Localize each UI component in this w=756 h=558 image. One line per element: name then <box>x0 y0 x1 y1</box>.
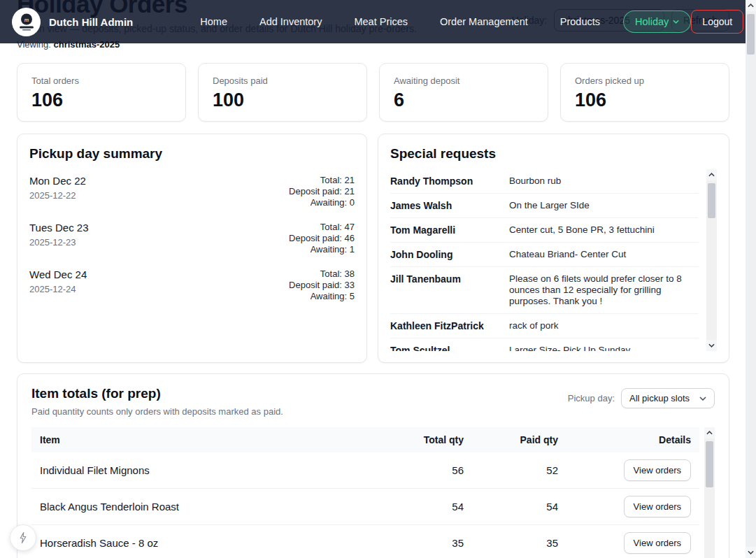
view-orders-button[interactable]: View orders <box>624 496 691 517</box>
scroll-up-icon[interactable] <box>706 169 717 180</box>
item-paid-qty: 35 <box>464 537 558 549</box>
special-requests-scroll-area: Randy Thompson Bourbon rub James Walsh O… <box>390 169 717 351</box>
day-total: Total: 38 <box>289 269 355 280</box>
view-orders-button[interactable]: View orders <box>624 459 691 481</box>
scrollbar-thumb[interactable] <box>747 14 755 55</box>
stat-label: Awaiting deposit <box>394 76 534 86</box>
items-table-scrollbar[interactable] <box>704 427 715 558</box>
view-orders-button[interactable]: View orders <box>624 532 691 554</box>
items-table-header: Item Total qty Paid qty Details <box>31 427 699 452</box>
request-row: Randy Thompson Bourbon rub <box>390 169 699 194</box>
nav-link-products[interactable]: Products <box>560 16 600 27</box>
scroll-up-icon[interactable] <box>704 427 715 438</box>
holiday-pill-label: Holiday <box>635 16 669 27</box>
request-row: James Walsh On the Larger SIde <box>390 194 699 218</box>
day-date: 2025-12-23 <box>29 237 89 248</box>
pickup-day-row: Wed Dec 24 2025-12-24 Total: 38 Deposit … <box>29 269 355 302</box>
table-row: Black Angus Tenderloin Roast 54 54 View … <box>31 489 699 525</box>
day-awaiting: Awaiting: 1 <box>289 244 355 255</box>
day-deposit: Deposit paid: 21 <box>289 186 355 197</box>
request-text: Chateau Briand- Center Cut <box>509 249 699 260</box>
table-row: Horseradish Sauce - 8 oz 35 35 View orde… <box>31 525 699 558</box>
nav-link-order-management[interactable]: Order Management <box>440 16 528 27</box>
chevron-down-icon <box>673 20 679 24</box>
top-navbar: m Dutch Hill Admin Home Add Inventory Me… <box>0 0 746 43</box>
special-requests-list: Randy Thompson Bourbon rub James Walsh O… <box>390 169 699 351</box>
item-total-qty: 54 <box>373 501 464 513</box>
item-paid-qty: 52 <box>464 464 558 476</box>
stat-label: Orders picked up <box>575 76 715 86</box>
scroll-down-icon[interactable] <box>746 547 756 558</box>
scrollbar-thumb[interactable] <box>708 183 715 218</box>
dutch-hill-logo: m <box>12 8 41 36</box>
stat-label: Deposits paid <box>213 76 352 86</box>
pickup-day-row: Mon Dec 22 2025-12-22 Total: 21 Deposit … <box>29 175 355 208</box>
item-totals-card: Item totals (for prep) Paid quantity cou… <box>17 373 729 558</box>
col-item: Item <box>40 434 373 445</box>
special-requests-card: Special requests Randy Thompson Bourbon … <box>378 134 729 363</box>
request-text: Center cut, 5 Bone PR, 3 fettuchini <box>509 224 699 236</box>
request-name: John Dooling <box>390 249 509 260</box>
nav-link-meat-prices[interactable]: Meat Prices <box>354 16 408 27</box>
stats-row: Total orders 106 Deposits paid 100 Await… <box>17 63 729 122</box>
nav-link-home[interactable]: Home <box>200 16 227 27</box>
special-requests-title: Special requests <box>390 146 717 162</box>
logout-button[interactable]: Logout <box>691 10 743 34</box>
middle-section: Pickup day summary Mon Dec 22 2025-12-22… <box>17 134 729 363</box>
item-name: Horseradish Sauce - 8 oz <box>40 537 373 549</box>
lightning-bolt-button[interactable] <box>10 524 36 551</box>
scroll-down-icon[interactable] <box>706 340 717 351</box>
item-total-qty: 35 <box>373 537 464 549</box>
brand-title: Dutch Hill Admin <box>49 16 133 28</box>
item-totals-header: Item totals (for prep) Paid quantity cou… <box>31 386 715 417</box>
col-details: Details <box>558 434 691 445</box>
request-row: Kathleen FitzPatrick rack of pork <box>390 314 699 338</box>
pickup-day-row: Tues Dec 23 2025-12-23 Total: 47 Deposit… <box>29 222 355 255</box>
items-table-wrap: Item Total qty Paid qty Details Individu… <box>31 427 715 558</box>
item-name: Individual Filet Mignons <box>40 464 373 476</box>
page-scrollbar[interactable] <box>746 0 756 558</box>
day-deposit: Deposit paid: 46 <box>289 233 355 244</box>
scrollbar-thumb[interactable] <box>706 441 713 487</box>
stat-value: 100 <box>213 90 352 111</box>
pickup-day-label: Pickup day: <box>568 393 615 403</box>
svg-text:m: m <box>24 16 29 23</box>
special-requests-scrollbar[interactable] <box>706 169 717 351</box>
item-name: Black Angus Tenderloin Roast <box>40 501 373 513</box>
app-viewport: Holiday Orders Admin view — deposits, pi… <box>0 0 756 558</box>
stat-card-total-orders: Total orders 106 <box>17 63 186 122</box>
pickup-summary-title: Pickup day summary <box>29 146 355 162</box>
day-awaiting: Awaiting: 0 <box>289 197 355 208</box>
lightning-bolt-icon <box>17 531 29 544</box>
holiday-pill-button[interactable]: Holiday <box>623 10 691 33</box>
request-name: Tom Scultzel <box>390 345 509 351</box>
item-totals-subtitle: Paid quantity counts only orders with de… <box>31 406 283 417</box>
pickup-day-select-value: All pickup slots <box>629 393 690 403</box>
day-date: 2025-12-24 <box>29 284 87 294</box>
day-name: Wed Dec 24 <box>29 269 87 280</box>
day-total: Total: 21 <box>289 175 355 186</box>
request-row: Tom Scultzel Larger Size- Pick Up Sunday <box>390 338 699 351</box>
scroll-up-icon[interactable] <box>746 0 756 11</box>
request-name: Jill Tanenbaum <box>390 273 509 307</box>
day-name: Tues Dec 23 <box>29 222 89 234</box>
day-date: 2025-12-22 <box>29 190 86 201</box>
item-total-qty: 56 <box>373 464 464 476</box>
day-counts: Total: 47 Deposit paid: 46 Awaiting: 1 <box>289 222 355 255</box>
pickup-day-control: Pickup day: All pickup slots <box>568 388 715 408</box>
main-content: Holiday Orders Admin view — deposits, pi… <box>0 0 746 558</box>
item-paid-qty: 54 <box>464 501 558 513</box>
request-name: Tom Magarelli <box>390 224 509 236</box>
request-row: John Dooling Chateau Briand- Center Cut <box>390 243 699 267</box>
nav-link-add-inventory[interactable]: Add Inventory <box>259 16 322 27</box>
stat-value: 106 <box>31 90 171 111</box>
table-row: Individual Filet Mignons 56 52 View orde… <box>31 452 699 489</box>
col-paid-qty: Paid qty <box>464 434 558 445</box>
pickup-day-select[interactable]: All pickup slots <box>621 388 715 408</box>
request-name: Kathleen FitzPatrick <box>390 320 509 331</box>
day-counts: Total: 38 Deposit paid: 33 Awaiting: 5 <box>289 269 355 302</box>
day-counts: Total: 21 Deposit paid: 21 Awaiting: 0 <box>289 175 355 208</box>
request-row: Tom Magarelli Center cut, 5 Bone PR, 3 f… <box>390 218 699 243</box>
stat-card-deposits-paid: Deposits paid 100 <box>198 63 367 122</box>
pickup-day-summary-card: Pickup day summary Mon Dec 22 2025-12-22… <box>17 134 367 363</box>
